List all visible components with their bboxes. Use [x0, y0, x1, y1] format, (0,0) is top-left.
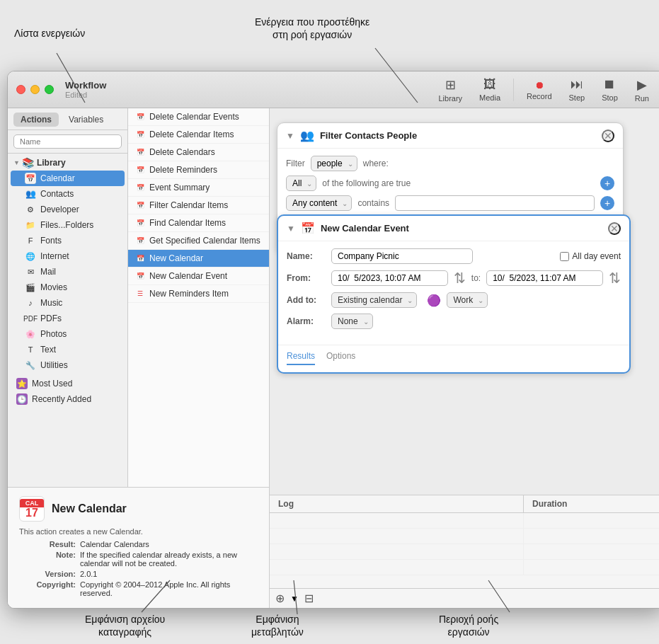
run-button[interactable]: ▶ Run [628, 74, 656, 105]
all-dropdown[interactable]: All [286, 176, 316, 191]
calendar-tab-results[interactable]: Results [287, 351, 315, 365]
action-new-calendar[interactable]: 📅 New Calendar [128, 250, 269, 268]
show-variables-button[interactable]: ⊟ [304, 592, 314, 605]
filter-card-title: Filter Contacts People [320, 130, 417, 141]
calendar-card-icon: 📅 [301, 222, 315, 235]
add-filter-button-2[interactable]: + [600, 196, 614, 210]
add-filter-button[interactable]: + [600, 176, 614, 190]
toolbar-divider-1 [513, 79, 514, 101]
sidebar-item-photos[interactable]: 🌸 Photos [11, 326, 125, 342]
action-delete-calendars[interactable]: 📅 Delete Calendars [128, 144, 269, 161]
action-icon: 📅 [135, 165, 145, 175]
action-delete-reminders[interactable]: 📅 Delete Reminders [128, 161, 269, 179]
action-icon: 📅 [135, 200, 145, 210]
info-version-row: Version: 2.0.1 [19, 570, 258, 578]
calendar-card-header: ▼ 📅 New Calendar Event ✕ [278, 216, 629, 241]
action-delete-calendar-items[interactable]: 📅 Delete Calendar Items [128, 126, 269, 144]
filter-value-dropdown[interactable]: people [311, 156, 357, 171]
sidebar-item-music[interactable]: ♪ Music [11, 295, 125, 311]
toolbar-right: ⊞ Library 🖼 Media ⏺ Record ⏭ Step ⏹ Stop… [431, 74, 656, 105]
action-new-reminders-item[interactable]: ☰ New Reminders Item [128, 285, 269, 303]
sidebar-item-files[interactable]: 📁 Files...Folders [11, 217, 125, 233]
tab-actions[interactable]: Actions [13, 113, 59, 127]
action-label: New Reminders Item [149, 289, 229, 299]
sidebar-music-label: Music [40, 298, 62, 308]
add-log-button[interactable]: ⊕ [275, 592, 285, 605]
sidebar-pdfs-label: PDFs [40, 314, 62, 323]
action-icon: ☰ [135, 289, 145, 299]
log-toolbar-chevron[interactable]: ▼ [290, 594, 299, 604]
run-icon: ▶ [637, 77, 647, 93]
sidebar-group-library-header[interactable]: ▼ 📚 Library [8, 155, 127, 171]
most-used-icon: ⭐ [16, 378, 28, 389]
all-day-checkbox[interactable] [560, 252, 569, 261]
record-icon: ⏺ [534, 79, 544, 91]
chevron-down-icon: ▼ [13, 159, 20, 166]
movies-icon: 🎬 [25, 282, 36, 293]
from-stepper[interactable]: ⇅ [454, 270, 466, 287]
following-text: of the following are true [322, 178, 411, 188]
alarm-label: Alarm: [287, 316, 326, 326]
add-to-dropdown[interactable]: Existing calendar [331, 292, 417, 308]
sidebar-item-mail[interactable]: ✉ Mail [11, 264, 125, 280]
record-button[interactable]: ⏺ Record [520, 76, 558, 103]
sidebar-tabs: Actions Variables [8, 108, 127, 130]
contacts-icon: 👥 [25, 188, 36, 200]
library-button[interactable]: ⊞ Library [431, 74, 469, 105]
media-button[interactable]: 🖼 Media [472, 74, 508, 105]
action-filter-calendar-items[interactable]: 📅 Filter Calendar Items [128, 197, 269, 214]
action-find-calendar-items[interactable]: 📅 Find Calendar Items [128, 214, 269, 232]
sidebar-item-utilities[interactable]: 🔧 Utilities [11, 357, 125, 373]
contains-input[interactable] [395, 195, 595, 211]
close-button[interactable] [16, 85, 25, 94]
log-cell [270, 513, 523, 528]
log-row [270, 529, 659, 544]
log-row [270, 560, 659, 575]
sidebar-item-contacts[interactable]: 👥 Contacts [11, 186, 125, 202]
info-copyright-row: Copyright: Copyright © 2004–2012 Apple I… [19, 580, 258, 597]
to-input[interactable] [486, 270, 603, 286]
copyright-label: Copyright: [19, 580, 76, 597]
action-event-summary[interactable]: 📅 Event Summary [128, 179, 269, 197]
search-input[interactable] [13, 134, 122, 149]
tab-variables[interactable]: Variables [62, 113, 110, 127]
action-delete-calendar-events[interactable]: 📅 Delete Calendar Events [128, 108, 269, 126]
minimize-button[interactable] [30, 85, 40, 94]
from-input[interactable] [331, 270, 448, 286]
action-new-calendar-event[interactable]: 📅 New Calendar Event [128, 268, 269, 285]
step-button[interactable]: ⏭ Step [562, 74, 592, 105]
action-get-specified[interactable]: 📅 Get Specified Calendar Items [128, 232, 269, 250]
sidebar-item-recently-added[interactable]: 🕒 Recently Added [11, 391, 125, 407]
fullscreen-button[interactable] [45, 85, 54, 94]
info-note-row: Note: If the specified calendar already … [19, 551, 258, 568]
sidebar-item-calendar[interactable]: 📅 Calendar [11, 171, 125, 186]
any-content-dropdown[interactable]: Any content [286, 195, 352, 211]
stop-button[interactable]: ⏹ Stop [595, 74, 625, 105]
sidebar-item-developer[interactable]: ⚙ Developer [11, 202, 125, 217]
library-group-icon: 📚 [23, 157, 34, 168]
sidebar-item-movies[interactable]: 🎬 Movies [11, 280, 125, 295]
sidebar-item-text[interactable]: T Text [11, 342, 125, 357]
sidebar-item-fonts[interactable]: F Fonts [11, 233, 125, 248]
alarm-dropdown[interactable]: None [331, 314, 373, 329]
sidebar-item-pdfs[interactable]: PDF PDFs [11, 311, 125, 326]
info-calendar-icon: CAL 17 [19, 496, 45, 522]
where-text: where: [363, 159, 389, 168]
internet-icon: 🌐 [25, 251, 36, 262]
log-duration-cell [523, 560, 659, 575]
log-duration-cell [523, 544, 659, 559]
filter-card-close[interactable]: ✕ [602, 130, 614, 142]
calendar-tab-options[interactable]: Options [326, 351, 355, 365]
calendar-card-close[interactable]: ✕ [608, 222, 621, 235]
name-input[interactable] [331, 248, 473, 264]
step-icon: ⏭ [571, 77, 583, 92]
collapse-icon[interactable]: ▼ [286, 131, 294, 141]
sidebar-item-internet[interactable]: 🌐 Internet [11, 248, 125, 264]
collapse-icon-2[interactable]: ▼ [287, 224, 295, 234]
to-stepper[interactable]: ⇅ [609, 270, 621, 287]
workflow-canvas[interactable]: ▼ 👥 Filter Contacts People ✕ Filter peop… [270, 108, 659, 495]
calendar-select-dropdown[interactable]: Work [447, 292, 488, 308]
sidebar-item-most-used[interactable]: ⭐ Most Used [11, 376, 125, 391]
action-label: New Calendar [149, 253, 203, 263]
calendar-card-body: Name: All day event From: ⇅ to: [278, 241, 629, 342]
